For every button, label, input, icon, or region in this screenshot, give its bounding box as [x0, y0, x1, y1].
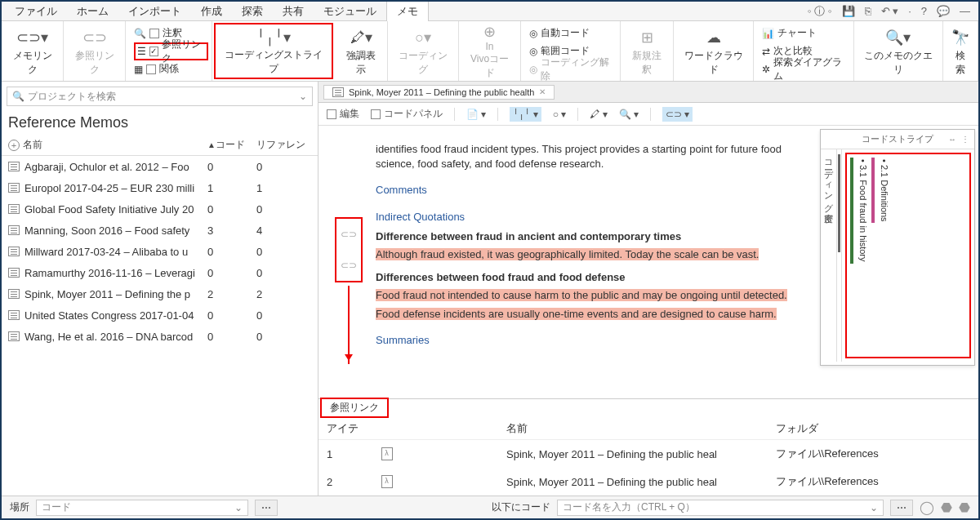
close-tab-icon[interactable]: ✕ — [539, 87, 546, 96]
cloud-icon: ☁ — [706, 26, 721, 49]
copy-icon[interactable]: ⎘ — [860, 5, 876, 17]
undo-icon[interactable]: ↶ ▾ — [876, 5, 904, 17]
menu-home[interactable]: ホーム — [67, 2, 118, 21]
ribbon-chart-group: 📊チャート ⇄次と比較 ✲探索ダイアグラム — [754, 21, 853, 81]
menu-share[interactable]: 共有 — [273, 2, 314, 21]
list-item[interactable]: United States Congress 2017-01-0400 — [2, 304, 318, 326]
save-icon[interactable]: 💾 — [837, 5, 860, 17]
footer-code-box[interactable]: コード⌄ — [36, 500, 248, 516]
stripe-dd[interactable]: ╵╷╵ ▾ — [510, 107, 541, 122]
ribbon-highlight[interactable]: 🖍▾ 強調表示 — [335, 21, 388, 81]
doc-indirect-hdr: Indirect Quotations — [376, 210, 800, 224]
add-icon[interactable]: + — [8, 140, 20, 151]
right-panel: Spink, Moyer 2011 – Defining the public … — [318, 82, 978, 496]
left-panel: 🔍 プロジェクトを検索 ⌄ Reference Memos +名前 ▲コード リ… — [2, 82, 318, 496]
menu-import[interactable]: インポート — [118, 2, 191, 21]
item-ref: 2 — [256, 288, 305, 300]
item-code: 0 — [207, 309, 256, 322]
ref-h-item[interactable]: アイテ — [327, 421, 506, 436]
footer-dots[interactable]: ⋯ — [255, 500, 278, 516]
footer-code-input[interactable]: コード名を入力（CTRL + Q）⌄ — [557, 500, 884, 516]
rel-check[interactable] — [146, 64, 156, 74]
link-icon[interactable]: ⊂⊃ — [341, 229, 357, 240]
help-icon[interactable]: ? — [916, 5, 932, 17]
menu-icon[interactable]: ⋮ — [961, 135, 969, 144]
menu-explore[interactable]: 探索 — [232, 2, 273, 21]
link-dd[interactable]: ⊂⊃ ▾ — [662, 107, 693, 122]
pen-dd[interactable]: 🖍 ▾ — [590, 109, 607, 120]
list-item[interactable]: Europol 2017-04-25 – EUR 230 milli11 — [2, 177, 318, 198]
codepanel-check[interactable] — [371, 109, 381, 119]
reflink-check[interactable] — [149, 47, 158, 56]
expand-icon[interactable]: ↔ — [948, 135, 956, 144]
doc-h2: Differences between food fraud and food … — [376, 270, 800, 285]
header-name[interactable]: 名前 — [23, 138, 42, 152]
item-ref: 0 — [256, 161, 305, 173]
list-item[interactable]: Wang, He et al. 2016 – DNA barcod00 — [2, 326, 318, 347]
menu-module[interactable]: モジュール — [314, 2, 386, 21]
ann-check[interactable] — [149, 29, 159, 38]
codepanel-toggle[interactable]: コードパネル — [371, 107, 443, 121]
project-search[interactable]: 🔍 プロジェクトを検索 ⌄ — [7, 87, 313, 106]
footer-dots2[interactable]: ⋯ — [890, 500, 913, 516]
doc-toolbar: 編集 コードパネル 📄 ▾ ╵╷╵ ▾ ○ ▾ 🖍 ▾ 🔍 ▾ ⊂⊃ ▾ — [318, 103, 978, 126]
binoculars-icon: 🔭 — [951, 26, 969, 49]
ref-row[interactable]: 1Spink, Moyer 2011 – Defining the public… — [318, 440, 978, 468]
item-ref: 0 — [256, 331, 305, 343]
memo-dd[interactable]: 📄 ▾ — [466, 109, 486, 120]
ref-name: Spink, Moyer 2011 – Defining the public … — [506, 448, 776, 460]
ref-tab[interactable]: 参照リンク — [320, 398, 389, 418]
explore-btn[interactable]: ✲探索ダイアグラム — [762, 60, 844, 78]
header-ref[interactable]: リファレン — [256, 138, 305, 152]
coding-stripe-label: コーディングストライプ — [224, 48, 323, 76]
ref-h-name[interactable]: 名前 — [506, 421, 776, 436]
menu-file[interactable]: ファイル — [5, 2, 67, 21]
ribbon-search[interactable]: 🔭 検索 — [943, 21, 978, 81]
menu-memo[interactable]: メモ — [386, 1, 429, 21]
list-item[interactable]: Ramamurthy 2016-11-16 – Leveragi00 — [2, 262, 318, 283]
doc-text[interactable]: identifies food fraud incident types. Th… — [376, 142, 800, 353]
ref-row[interactable]: 2Spink, Moyer 2011 – Defining the public… — [318, 468, 978, 496]
user-icon[interactable]: ◦ ⓘ ◦ — [803, 4, 836, 19]
ribbon-coding-stripe[interactable]: ╵╷╵▾ コーディングストライプ — [214, 23, 332, 79]
circle-dd[interactable]: ○ ▾ — [553, 109, 567, 120]
stripe-code-1[interactable]: • 3.1 Food fraud in history — [857, 158, 870, 353]
minimize-icon[interactable]: — — [955, 5, 975, 17]
list-item[interactable]: Manning, Soon 2016 – Food safety34 — [2, 220, 318, 241]
list-item[interactable]: Agbaraji, Ochulor et al. 2012 – Foo00 — [2, 156, 318, 177]
ref-rows: 1Spink, Moyer 2011 – Defining the public… — [318, 440, 978, 496]
ribbon-memoquery[interactable]: 🔍▾ このメモのクエリ — [854, 21, 943, 81]
edit-check[interactable] — [327, 109, 336, 119]
ref-name: Spink, Moyer 2011 – Defining the public … — [506, 476, 776, 488]
item-name: Spink, Moyer 2011 – Defining the p — [24, 288, 190, 300]
ribbon-annotation-group: 🔍注釈 ☰参照リンク ▦関係 — [126, 21, 212, 81]
link-icon[interactable]: ⊂⊃ — [341, 260, 357, 271]
ribbon-wordcloud[interactable]: ☁ ワードクラウド — [674, 21, 754, 81]
diagram-icon: ✲ — [762, 64, 770, 75]
comment-icon[interactable]: 💬 — [932, 5, 955, 17]
pdf-icon — [381, 447, 393, 460]
ribbon-memolink[interactable]: ⊂⊃▾ メモリンク — [2, 21, 64, 81]
footer-icon2[interactable]: ⬣ — [941, 500, 952, 515]
list-item[interactable]: Global Food Safety Initiative July 2000 — [2, 198, 318, 220]
autocode-btn[interactable]: ◎自動コード — [529, 24, 590, 42]
ref-h-folder[interactable]: フォルダ — [776, 421, 970, 436]
ribbon: ⊂⊃▾ メモリンク ⊂⊃ 参照リンク 🔍注釈 ☰参照リンク ▦関係 ╵╷╵▾ コ… — [2, 21, 978, 82]
reflink-label: 参照リンク — [72, 49, 117, 77]
search-label: 検索 — [951, 49, 969, 77]
footer-icon3[interactable]: ⬣ — [959, 500, 970, 515]
document-tab[interactable]: Spink, Moyer 2011 – Defining the public … — [323, 85, 555, 100]
menu-create[interactable]: 作成 — [191, 2, 232, 21]
stripe-header: コードストライプ ↔⋮ — [821, 130, 974, 149]
header-code[interactable]: ▲コード — [207, 138, 256, 152]
zoom-dd[interactable]: 🔍 ▾ — [619, 109, 639, 120]
menubar: ファイル ホーム インポート 作成 探索 共有 モジュール メモ ◦ ⓘ ◦ 💾… — [2, 2, 978, 21]
list-item[interactable]: Spink, Moyer 2011 – Defining the p22 — [2, 283, 318, 304]
dropdown-icon[interactable]: ⌄ — [299, 91, 307, 102]
footer-icon1[interactable]: ◯ — [920, 500, 934, 515]
item-code: 2 — [207, 288, 256, 300]
list-item[interactable]: Millward 2017-03-24 – Alibaba to u00 — [2, 241, 318, 262]
edit-toggle[interactable]: 編集 — [327, 107, 359, 121]
stripe-code-2[interactable]: • 2.1 Definitions — [878, 158, 891, 353]
chart-btn[interactable]: 📊チャート — [762, 24, 817, 42]
